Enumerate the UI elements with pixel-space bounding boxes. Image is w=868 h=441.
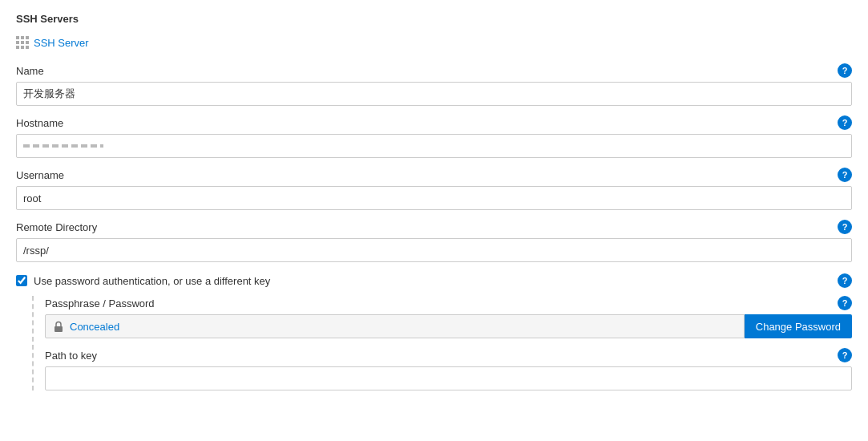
username-help-icon[interactable]: ? <box>838 168 852 182</box>
hostname-label: Hostname <box>16 117 63 129</box>
hostname-input[interactable] <box>16 134 852 158</box>
name-field-container: Name ? <box>16 63 852 106</box>
password-auth-text: Use password authentication, or use a di… <box>34 275 270 287</box>
password-auth-help-icon[interactable]: ? <box>838 273 852 288</box>
form: Name ? Hostname ? Username ? Remote Dire… <box>16 63 852 390</box>
username-field-container: Username ? <box>16 168 852 210</box>
page-title: SSH Servers <box>16 13 852 25</box>
username-label: Username <box>16 169 64 181</box>
password-auth-label[interactable]: Use password authentication, or use a di… <box>16 275 270 287</box>
path-to-key-help-icon[interactable]: ? <box>838 348 852 362</box>
path-to-key-input[interactable] <box>45 366 852 390</box>
breadcrumb-link[interactable]: SSH Server <box>34 37 89 49</box>
change-password-button[interactable]: Change Password <box>745 314 852 338</box>
svg-rect-0 <box>55 326 63 332</box>
passphrase-placeholder: Concealed <box>70 321 119 333</box>
name-help-icon[interactable]: ? <box>838 63 852 78</box>
username-input[interactable] <box>16 186 852 210</box>
password-auth-checkbox[interactable] <box>16 275 27 286</box>
remote-directory-field-container: Remote Directory ? <box>16 220 852 262</box>
password-auth-checkbox-row: Use password authentication, or use a di… <box>16 273 852 288</box>
breadcrumb: SSH Server <box>16 36 852 49</box>
lock-icon <box>52 320 65 333</box>
passphrase-input-wrapper: Concealed <box>45 314 745 338</box>
hostname-help-icon[interactable]: ? <box>838 115 852 130</box>
remote-directory-input[interactable] <box>16 238 852 262</box>
indented-section: Passphrase / Password ? Concealed Change… <box>32 296 852 390</box>
path-to-key-label: Path to key <box>45 350 97 362</box>
hostname-field-container: Hostname ? <box>16 115 852 158</box>
passphrase-field-container: Passphrase / Password ? Concealed Change… <box>45 296 852 338</box>
remote-directory-label: Remote Directory <box>16 221 97 233</box>
passphrase-row: Concealed Change Password <box>45 314 852 338</box>
grid-icon <box>16 36 29 49</box>
name-label: Name <box>16 65 44 77</box>
passphrase-help-icon[interactable]: ? <box>838 296 852 310</box>
name-input[interactable] <box>16 82 852 106</box>
passphrase-label: Passphrase / Password <box>45 297 155 310</box>
remote-directory-help-icon[interactable]: ? <box>838 220 852 234</box>
path-to-key-field-container: Path to key ? <box>45 348 852 390</box>
